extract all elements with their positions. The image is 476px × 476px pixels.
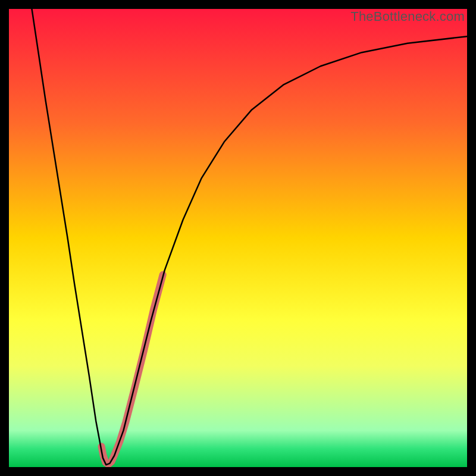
- highlight-segment: [102, 275, 163, 465]
- bottleneck-curve: [32, 9, 468, 465]
- chart-lines: [9, 9, 467, 467]
- watermark-text: TheBottleneck.com: [350, 9, 465, 24]
- plot-area: TheBottleneck.com: [9, 9, 467, 467]
- plot-inner: [9, 9, 467, 467]
- chart-frame: TheBottleneck.com: [0, 0, 476, 476]
